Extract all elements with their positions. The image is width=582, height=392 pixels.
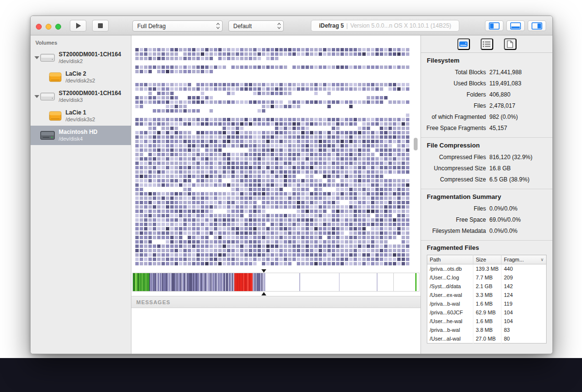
file-fragments: 142 [501,282,547,291]
file-path: /priva...b-wal [427,326,473,334]
stat-label: of which Fragmented [421,114,486,120]
filesystem-stats: FilesystemTotal Blocks271,441,988Used Bl… [421,53,552,240]
volumes-header: Volumes [31,35,131,48]
fragmented-files-title: Fragmented Files [427,244,547,251]
external-drive-icon [49,111,62,121]
stat-label: Free Space Fragments [421,125,486,131]
stat-label: Uncompressed Size [421,165,486,172]
file-path: /User...ex-wal [427,291,473,299]
fragmented-file-row[interactable]: /User...he-wal1.6 MB104 [427,317,547,326]
volume-device: /dev/disk2s2 [65,78,95,84]
file-size: 3.8 MB [473,326,501,334]
file-fragments: 119 [501,299,547,308]
sort-menu-icon[interactable]: ∨ [540,257,544,262]
minimize-button[interactable] [46,24,51,30]
fragmented-file-row[interactable]: /priva...60JCF62.9 MB104 [427,308,547,317]
position-marker-top-icon [261,269,266,273]
volume-item-lacie-2[interactable]: LaCie 2/dev/disk2s2 [31,67,131,87]
view-toggles [485,20,546,31]
start-defrag-button[interactable] [70,20,86,32]
external-drive-icon [49,72,62,82]
defrag-mode-select[interactable]: Full Defrag [132,20,223,32]
volume-device: /dev/disk4 [59,136,97,142]
close-button[interactable] [36,24,42,30]
traffic-lights [36,24,61,30]
column-header-path[interactable]: Path [427,255,473,264]
stat-label: Compressed Files [421,154,486,161]
stat-value: 406,880 [489,91,510,98]
tab-volume-info[interactable] [457,38,470,50]
fragmented-file-row[interactable]: /User...C.log7.7 MB209 [427,273,547,282]
section-title: Filesystem [421,53,552,66]
volume-name: LaCie 2 [65,70,95,77]
document-icon [507,40,513,48]
volume-item-macintosh-hd[interactable]: Macintosh HD/dev/disk4 [31,126,131,145]
stop-defrag-button[interactable] [92,20,109,32]
file-path: /User...C.log [427,273,473,282]
version-text: Version 5.0.0...n OS X 10.10.1 (14B25) [350,22,451,29]
volume-item-st2000dm001-1ch164[interactable]: ST2000DM001-1CH164/dev/disk3 [31,87,131,106]
stats-section-file-compression: File CompressionCompressed Files816,120 … [421,137,552,189]
fragmented-file-row[interactable]: /Syst...d/data2.1 GB142 [427,282,547,291]
volumes-sidebar: Volumes ST2000DM001-1CH164/dev/disk2LaCi… [31,35,131,354]
fragmented-files-section: Fragmented Files PathSizeFragm...∨ /priv… [421,240,552,354]
fragmented-file-row[interactable]: /priva...ots.db139.3 MB440 [427,264,547,274]
desktop: Full Defrag Default iDefrag 5 | Version … [0,0,582,392]
inspector-panel: FilesystemTotal Blocks271,441,988Used Bl… [420,35,552,354]
file-path: /User...al-wal [427,334,473,343]
window-content: Volumes ST2000DM001-1CH164/dev/disk2LaCi… [31,35,552,354]
stat-value: 119,491,083 [489,80,521,87]
block-map-scrollbar[interactable] [414,48,418,266]
volume-device: /dev/disk2 [59,58,121,65]
volume-item-lacie-1[interactable]: LaCie 1/dev/disk3s2 [31,106,131,126]
messages-header[interactable]: MESSAGES [131,296,420,308]
file-fragments: 104 [501,317,547,326]
disclosure-triangle-icon[interactable] [33,56,40,59]
preset-select[interactable]: Default [228,20,284,32]
zoom-button[interactable] [55,24,61,30]
file-path: /User...he-wal [427,317,473,326]
toggle-bottombar-button[interactable] [506,20,525,31]
stat-row: Compressed Size6.5 GB (38.9%) [421,174,552,185]
disk-overview-canvas[interactable] [132,273,420,292]
play-icon [76,23,81,29]
file-path: /priva...b-wal [427,299,473,308]
disk-overview-bar[interactable] [132,269,420,295]
stat-row: of which Fragmented982 (0.0%) [421,111,552,122]
table-body: /priva...ots.db139.3 MB440/User...C.log7… [427,264,547,343]
file-path: /Syst...d/data [427,282,473,291]
stat-label: Files [421,205,486,212]
toggle-inspector-button[interactable] [528,20,546,31]
stat-value: 0.0%/0.0% [489,205,517,212]
tab-file-info[interactable] [504,38,517,50]
title-separator: | [346,22,348,29]
stat-label: Total Blocks [421,69,486,76]
volume-item-st2000dm001-1ch164[interactable]: ST2000DM001-1CH164/dev/disk2 [31,48,131,67]
internal-drive-icon [40,92,55,101]
tab-messages-list[interactable] [481,38,493,50]
fragmented-files-table: PathSizeFragm...∨ /priva...ots.db139.3 M… [427,255,547,343]
volume-device: /dev/disk3s2 [65,116,95,123]
stat-label: Files [421,102,486,109]
scrollbar-thumb[interactable] [414,138,418,150]
sidebar-panel-icon [489,22,500,30]
stat-row: Used Blocks119,491,083 [421,78,552,89]
block-map-canvas[interactable] [135,48,410,266]
desktop-background-dark [0,358,582,392]
column-header-fragm[interactable]: Fragm...∨ [501,255,547,264]
fragmented-file-row[interactable]: /User...ex-wal3.3 MB124 [427,291,547,299]
toggle-sidebar-button[interactable] [485,20,503,31]
idefrag-window: Full Defrag Default iDefrag 5 | Version … [30,16,553,354]
messages-label: MESSAGES [136,299,170,305]
stat-row: Total Blocks271,441,988 [421,66,552,78]
fragmented-file-row[interactable]: /User...al-wal27.0 MB80 [427,334,547,343]
column-header-size[interactable]: Size [473,255,501,264]
stat-row: Uncompressed Size16.8 GB [421,163,552,174]
stat-value: 16.8 GB [489,165,511,172]
disclosure-triangle-icon[interactable] [33,95,40,98]
file-fragments: 80 [501,334,547,343]
fragmented-file-row[interactable]: /priva...b-wal1.6 MB119 [427,299,547,308]
stat-row: Compressed Files816,120 (32.9%) [421,151,552,163]
app-name: iDefrag 5 [319,22,344,29]
fragmented-file-row[interactable]: /priva...b-wal3.8 MB83 [427,326,547,334]
